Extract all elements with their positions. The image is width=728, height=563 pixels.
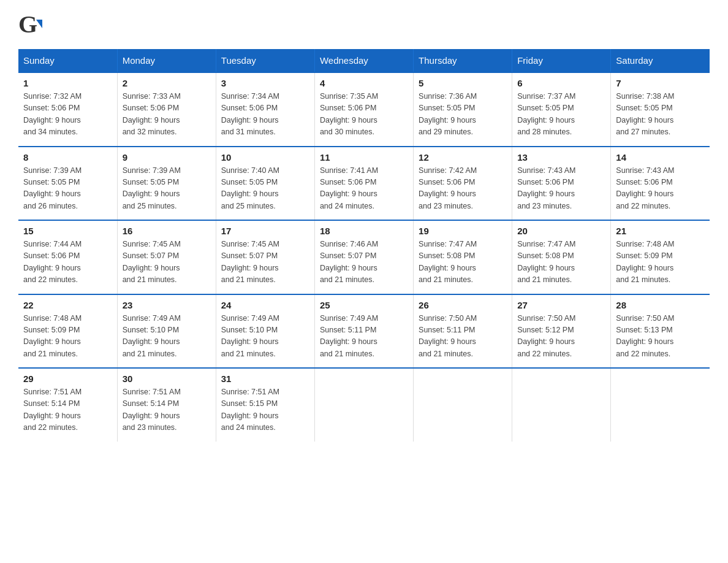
day-number: 20 bbox=[517, 226, 605, 236]
day-number: 6 bbox=[517, 78, 605, 88]
day-info: Sunrise: 7:37 AMSunset: 5:05 PMDaylight:… bbox=[517, 91, 605, 139]
calendar-week-row: 1Sunrise: 7:32 AMSunset: 5:06 PMDaylight… bbox=[18, 72, 710, 147]
calendar-cell: 6Sunrise: 7:37 AMSunset: 5:05 PMDaylight… bbox=[512, 72, 611, 147]
day-info: Sunrise: 7:49 AMSunset: 5:10 PMDaylight:… bbox=[123, 313, 211, 361]
calendar-header-row: SundayMondayTuesdayWednesdayThursdayFrid… bbox=[18, 49, 710, 72]
calendar-cell: 18Sunrise: 7:46 AMSunset: 5:07 PMDayligh… bbox=[314, 220, 413, 294]
calendar-cell: 11Sunrise: 7:41 AMSunset: 5:06 PMDayligh… bbox=[314, 147, 413, 221]
day-number: 19 bbox=[419, 226, 507, 236]
day-number: 14 bbox=[616, 152, 705, 163]
logo-g-letter: G bbox=[18, 12, 37, 37]
day-number: 18 bbox=[320, 226, 408, 236]
calendar-cell: 25Sunrise: 7:49 AMSunset: 5:11 PMDayligh… bbox=[314, 294, 413, 369]
day-info: Sunrise: 7:48 AMSunset: 5:09 PMDaylight:… bbox=[23, 313, 112, 361]
calendar-cell: 30Sunrise: 7:51 AMSunset: 5:14 PMDayligh… bbox=[117, 368, 216, 442]
calendar-cell: 10Sunrise: 7:40 AMSunset: 5:05 PMDayligh… bbox=[216, 147, 314, 221]
day-info: Sunrise: 7:44 AMSunset: 5:06 PMDaylight:… bbox=[23, 239, 112, 286]
calendar-cell: 22Sunrise: 7:48 AMSunset: 5:09 PMDayligh… bbox=[18, 294, 117, 369]
column-header-thursday: Thursday bbox=[414, 49, 512, 72]
day-number: 13 bbox=[517, 152, 605, 163]
day-info: Sunrise: 7:43 AMSunset: 5:06 PMDaylight:… bbox=[517, 165, 605, 213]
day-number: 1 bbox=[23, 78, 112, 88]
day-number: 5 bbox=[419, 78, 507, 88]
calendar-cell: 31Sunrise: 7:51 AMSunset: 5:15 PMDayligh… bbox=[216, 368, 314, 442]
day-number: 30 bbox=[123, 373, 211, 384]
day-number: 8 bbox=[23, 152, 112, 163]
calendar-cell: 17Sunrise: 7:45 AMSunset: 5:07 PMDayligh… bbox=[216, 220, 314, 294]
calendar-week-row: 22Sunrise: 7:48 AMSunset: 5:09 PMDayligh… bbox=[18, 294, 710, 369]
day-info: Sunrise: 7:39 AMSunset: 5:05 PMDaylight:… bbox=[23, 165, 112, 213]
calendar-table: SundayMondayTuesdayWednesdayThursdayFrid… bbox=[18, 49, 710, 442]
day-number: 9 bbox=[123, 152, 211, 163]
day-number: 12 bbox=[419, 152, 507, 163]
day-number: 29 bbox=[23, 373, 112, 384]
day-number: 7 bbox=[616, 78, 705, 88]
day-number: 25 bbox=[320, 300, 408, 310]
day-info: Sunrise: 7:51 AMSunset: 5:14 PMDaylight:… bbox=[23, 386, 112, 434]
calendar-cell: 1Sunrise: 7:32 AMSunset: 5:06 PMDaylight… bbox=[18, 72, 117, 147]
day-number: 22 bbox=[23, 300, 112, 310]
day-number: 26 bbox=[419, 300, 507, 310]
day-info: Sunrise: 7:41 AMSunset: 5:06 PMDaylight:… bbox=[320, 165, 408, 213]
calendar-cell: 14Sunrise: 7:43 AMSunset: 5:06 PMDayligh… bbox=[611, 147, 710, 221]
day-number: 15 bbox=[23, 226, 112, 236]
day-number: 11 bbox=[320, 152, 408, 163]
calendar-cell: 28Sunrise: 7:50 AMSunset: 5:13 PMDayligh… bbox=[611, 294, 710, 369]
calendar-cell bbox=[414, 368, 512, 442]
day-number: 3 bbox=[221, 78, 309, 88]
day-info: Sunrise: 7:50 AMSunset: 5:12 PMDaylight:… bbox=[517, 313, 605, 361]
calendar-week-row: 15Sunrise: 7:44 AMSunset: 5:06 PMDayligh… bbox=[18, 220, 710, 294]
day-info: Sunrise: 7:50 AMSunset: 5:13 PMDaylight:… bbox=[616, 313, 705, 361]
calendar-cell: 8Sunrise: 7:39 AMSunset: 5:05 PMDaylight… bbox=[18, 147, 117, 221]
day-info: Sunrise: 7:34 AMSunset: 5:06 PMDaylight:… bbox=[221, 91, 309, 139]
day-info: Sunrise: 7:51 AMSunset: 5:15 PMDaylight:… bbox=[221, 386, 309, 434]
day-info: Sunrise: 7:49 AMSunset: 5:10 PMDaylight:… bbox=[221, 313, 309, 361]
day-info: Sunrise: 7:45 AMSunset: 5:07 PMDaylight:… bbox=[123, 239, 211, 286]
calendar-cell: 13Sunrise: 7:43 AMSunset: 5:06 PMDayligh… bbox=[512, 147, 611, 221]
day-number: 16 bbox=[123, 226, 211, 236]
day-info: Sunrise: 7:33 AMSunset: 5:06 PMDaylight:… bbox=[123, 91, 211, 139]
column-header-friday: Friday bbox=[512, 49, 611, 72]
column-header-monday: Monday bbox=[117, 49, 216, 72]
calendar-cell bbox=[314, 368, 413, 442]
page-header: G bbox=[18, 12, 710, 37]
calendar-cell: 20Sunrise: 7:47 AMSunset: 5:08 PMDayligh… bbox=[512, 220, 611, 294]
day-info: Sunrise: 7:42 AMSunset: 5:06 PMDaylight:… bbox=[419, 165, 507, 213]
column-header-saturday: Saturday bbox=[611, 49, 710, 72]
calendar-cell: 12Sunrise: 7:42 AMSunset: 5:06 PMDayligh… bbox=[414, 147, 512, 221]
day-info: Sunrise: 7:36 AMSunset: 5:05 PMDaylight:… bbox=[419, 91, 507, 139]
day-info: Sunrise: 7:51 AMSunset: 5:14 PMDaylight:… bbox=[123, 386, 211, 434]
logo: G bbox=[18, 12, 44, 37]
day-number: 24 bbox=[221, 300, 309, 310]
day-info: Sunrise: 7:47 AMSunset: 5:08 PMDaylight:… bbox=[517, 239, 605, 286]
day-number: 10 bbox=[221, 152, 309, 163]
calendar-cell bbox=[512, 368, 611, 442]
day-info: Sunrise: 7:43 AMSunset: 5:06 PMDaylight:… bbox=[616, 165, 705, 213]
day-info: Sunrise: 7:39 AMSunset: 5:05 PMDaylight:… bbox=[123, 165, 211, 213]
day-info: Sunrise: 7:40 AMSunset: 5:05 PMDaylight:… bbox=[221, 165, 309, 213]
calendar-cell: 2Sunrise: 7:33 AMSunset: 5:06 PMDaylight… bbox=[117, 72, 216, 147]
day-number: 31 bbox=[221, 373, 309, 384]
day-number: 21 bbox=[616, 226, 705, 236]
calendar-cell: 7Sunrise: 7:38 AMSunset: 5:05 PMDaylight… bbox=[611, 72, 710, 147]
day-info: Sunrise: 7:49 AMSunset: 5:11 PMDaylight:… bbox=[320, 313, 408, 361]
calendar-cell: 29Sunrise: 7:51 AMSunset: 5:14 PMDayligh… bbox=[18, 368, 117, 442]
day-info: Sunrise: 7:48 AMSunset: 5:09 PMDaylight:… bbox=[616, 239, 705, 286]
calendar-week-row: 8Sunrise: 7:39 AMSunset: 5:05 PMDaylight… bbox=[18, 147, 710, 221]
column-header-tuesday: Tuesday bbox=[216, 49, 314, 72]
logo-chevron-icon bbox=[36, 20, 42, 28]
day-info: Sunrise: 7:35 AMSunset: 5:06 PMDaylight:… bbox=[320, 91, 408, 139]
calendar-cell: 16Sunrise: 7:45 AMSunset: 5:07 PMDayligh… bbox=[117, 220, 216, 294]
calendar-cell: 27Sunrise: 7:50 AMSunset: 5:12 PMDayligh… bbox=[512, 294, 611, 369]
day-number: 27 bbox=[517, 300, 605, 310]
day-number: 2 bbox=[123, 78, 211, 88]
day-info: Sunrise: 7:32 AMSunset: 5:06 PMDaylight:… bbox=[23, 91, 112, 139]
calendar-cell: 26Sunrise: 7:50 AMSunset: 5:11 PMDayligh… bbox=[414, 294, 512, 369]
day-number: 17 bbox=[221, 226, 309, 236]
day-info: Sunrise: 7:47 AMSunset: 5:08 PMDaylight:… bbox=[419, 239, 507, 286]
day-info: Sunrise: 7:45 AMSunset: 5:07 PMDaylight:… bbox=[221, 239, 309, 286]
calendar-cell bbox=[611, 368, 710, 442]
calendar-cell: 15Sunrise: 7:44 AMSunset: 5:06 PMDayligh… bbox=[18, 220, 117, 294]
calendar-cell: 19Sunrise: 7:47 AMSunset: 5:08 PMDayligh… bbox=[414, 220, 512, 294]
calendar-cell: 21Sunrise: 7:48 AMSunset: 5:09 PMDayligh… bbox=[611, 220, 710, 294]
